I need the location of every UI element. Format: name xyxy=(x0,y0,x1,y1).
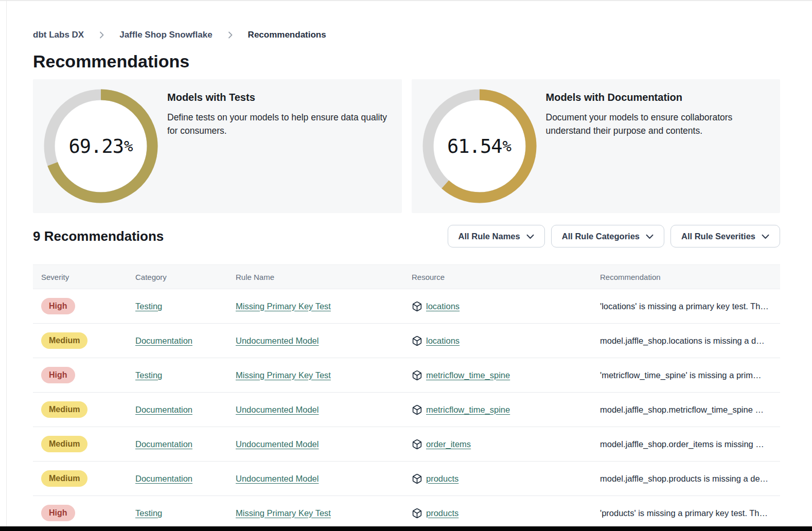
breadcrumb-item-current: Recommendations xyxy=(248,30,326,40)
category-link[interactable]: Documentation xyxy=(135,336,192,345)
table-header-row: Severity Category Rule Name Resource Rec… xyxy=(33,264,780,289)
rule-severities-filter-dropdown[interactable]: All Rule Severities xyxy=(670,225,780,247)
tests-percent-label: 69.23% xyxy=(44,89,158,203)
recommendation-text: 'metricflow_time_spine' is missing a pri… xyxy=(600,370,772,380)
table-row: Medium Documentation Undocumented Model … xyxy=(33,462,780,496)
card-description: Document your models to ensure collabora… xyxy=(546,111,768,137)
metric-cards: 69.23% Models with Tests Define tests on… xyxy=(33,79,780,213)
chevron-down-icon xyxy=(646,234,654,239)
filter-label: All Rule Severities xyxy=(681,232,755,241)
recommendation-text: model.jaffle_shop.metricflow_time_spine … xyxy=(600,405,772,415)
tests-donut-chart: 69.23% xyxy=(44,89,158,203)
rule-name-link[interactable]: Undocumented Model xyxy=(236,474,319,483)
recommendations-page: dbt Labs DX Jaffle Shop Snowflake Recomm… xyxy=(0,0,812,531)
category-link[interactable]: Testing xyxy=(135,508,162,518)
recommendation-text: model.jaffle_shop.order_items is missing… xyxy=(600,439,772,449)
chevron-right-icon xyxy=(99,31,104,39)
severity-badge: Medium xyxy=(41,470,87,487)
rule-name-link[interactable]: Undocumented Model xyxy=(236,405,319,414)
rule-name-link[interactable]: Missing Primary Key Test xyxy=(236,370,331,380)
breadcrumb-item-project[interactable]: Jaffle Shop Snowflake xyxy=(119,30,212,40)
category-link[interactable]: Documentation xyxy=(135,474,192,483)
resource-link[interactable]: metricflow_time_spine xyxy=(426,370,510,380)
recommendation-text: model.jaffle_shop.products is missing a … xyxy=(600,474,772,484)
resource-link[interactable]: products xyxy=(426,508,458,518)
table-body: High Testing Missing Primary Key Test lo… xyxy=(33,289,780,530)
column-header-severity: Severity xyxy=(33,273,127,281)
recommendation-text: 'locations' is missing a primary key tes… xyxy=(600,302,772,311)
filter-label: All Rule Names xyxy=(458,232,520,241)
model-cube-icon xyxy=(412,335,422,346)
column-header-category: Category xyxy=(127,273,227,281)
table-row: High Testing Missing Primary Key Test me… xyxy=(33,358,780,393)
documentation-donut-chart: 61.54% xyxy=(422,89,537,203)
rule-name-link[interactable]: Undocumented Model xyxy=(236,336,319,345)
table-row: Medium Documentation Undocumented Model … xyxy=(33,324,780,358)
rule-categories-filter-dropdown[interactable]: All Rule Categories xyxy=(551,225,664,247)
filter-bar: All Rule Names All Rule Categories All R… xyxy=(448,225,780,247)
recommendation-text: model.jaffle_shop.locations is missing a… xyxy=(600,336,772,346)
rule-name-link[interactable]: Undocumented Model xyxy=(236,439,319,449)
severity-badge: Medium xyxy=(41,401,87,418)
card-description: Define tests on your models to help ensu… xyxy=(167,111,390,137)
table-row: Medium Documentation Undocumented Model … xyxy=(33,427,780,462)
model-cube-icon xyxy=(412,473,422,484)
recommendation-text: 'products' is missing a primary key test… xyxy=(600,508,772,518)
models-with-tests-card: 69.23% Models with Tests Define tests on… xyxy=(33,79,402,213)
resource-link[interactable]: order_items xyxy=(426,439,471,449)
severity-badge: High xyxy=(41,298,75,314)
table-row: High Testing Missing Primary Key Test pr… xyxy=(33,496,780,530)
models-with-documentation-card: 61.54% Models with Documentation Documen… xyxy=(412,79,781,213)
recommendations-count: 9 Recommendations xyxy=(33,228,164,244)
category-link[interactable]: Documentation xyxy=(135,439,192,449)
severity-badge: High xyxy=(41,505,75,521)
category-link[interactable]: Testing xyxy=(135,302,162,311)
bottom-window-edge xyxy=(0,526,812,531)
severity-badge: Medium xyxy=(41,436,87,452)
recommendations-table: Severity Category Rule Name Resource Rec… xyxy=(33,264,780,530)
table-row: High Testing Missing Primary Key Test lo… xyxy=(33,289,780,324)
rule-names-filter-dropdown[interactable]: All Rule Names xyxy=(448,225,545,247)
rule-name-link[interactable]: Missing Primary Key Test xyxy=(236,508,331,518)
severity-badge: High xyxy=(41,367,75,383)
page-title: Recommendations xyxy=(33,51,780,72)
rule-name-link[interactable]: Missing Primary Key Test xyxy=(236,302,331,311)
chevron-right-icon xyxy=(227,31,233,39)
table-row: Medium Documentation Undocumented Model … xyxy=(33,393,780,427)
resource-link[interactable]: metricflow_time_spine xyxy=(426,405,510,415)
model-cube-icon xyxy=(412,370,422,381)
resource-link[interactable]: locations xyxy=(426,336,460,346)
column-header-resource: Resource xyxy=(403,273,592,281)
severity-badge: Medium xyxy=(41,332,87,349)
card-title: Models with Documentation xyxy=(546,92,768,103)
chevron-down-icon xyxy=(762,234,769,239)
model-cube-icon xyxy=(412,508,422,519)
model-cube-icon xyxy=(412,439,422,450)
model-cube-icon xyxy=(412,301,422,312)
category-link[interactable]: Documentation xyxy=(135,405,192,414)
category-link[interactable]: Testing xyxy=(135,370,162,380)
breadcrumb: dbt Labs DX Jaffle Shop Snowflake Recomm… xyxy=(33,30,780,40)
breadcrumb-item-account[interactable]: dbt Labs DX xyxy=(33,30,84,40)
resource-link[interactable]: products xyxy=(426,474,458,484)
card-title: Models with Tests xyxy=(167,92,390,103)
column-header-recommendation: Recommendation xyxy=(592,273,780,281)
resource-link[interactable]: locations xyxy=(426,302,460,311)
column-header-rule-name: Rule Name xyxy=(227,273,403,281)
left-divider xyxy=(6,0,7,531)
documentation-percent-label: 61.54% xyxy=(422,89,537,203)
model-cube-icon xyxy=(412,404,422,415)
filter-label: All Rule Categories xyxy=(562,232,640,241)
chevron-down-icon xyxy=(526,234,534,239)
